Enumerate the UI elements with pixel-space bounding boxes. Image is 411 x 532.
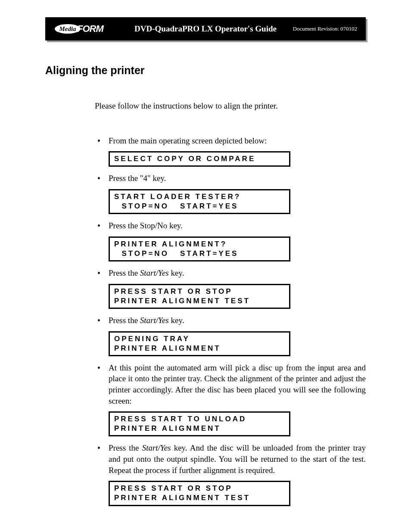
step-list: From the main operating screen depicted …	[95, 135, 366, 506]
step-text-italic: Start/Yes	[140, 316, 169, 325]
step-text-part: Press the	[109, 316, 140, 325]
logo-right: FORM	[77, 23, 103, 34]
lcd-display: OPENING TRAY PRINTER ALIGNMENT	[109, 331, 290, 356]
step-item: Press the Start/Yes key.	[95, 268, 366, 279]
logo-left: Media	[55, 24, 81, 34]
step-text: Press the "4" key.	[109, 174, 166, 183]
step-text-part: key.	[169, 268, 184, 277]
step-item: From the main operating screen depicted …	[95, 135, 366, 146]
lcd-display: START LOADER TESTER? STOP=NO START=YES	[109, 189, 290, 214]
step-text: Press the Stop/No key.	[109, 221, 183, 230]
document-revision: Document Revision: 070102	[293, 25, 358, 32]
lcd-display: SELECT COPY OR COMPARE	[109, 151, 290, 167]
body-content: Please follow the instructions below to …	[95, 100, 366, 506]
step-text-italic: Start/Yes	[142, 443, 171, 452]
lcd-display: PRESS START OR STOP PRINTER ALIGNMENT TE…	[109, 481, 290, 506]
step-item: Press the Start/Yes key.	[95, 315, 366, 326]
step-item: Press the Start/Yes key. And the disc wi…	[95, 442, 366, 476]
intro-text: Please follow the instructions below to …	[95, 100, 366, 112]
step-item: Press the "4" key.	[95, 173, 366, 184]
step-text-part: Press the	[109, 443, 142, 452]
step-item: At this point the automated arm will pic…	[95, 362, 366, 407]
document-header: Media FORM DVD-QuadraPRO LX Operator's G…	[45, 17, 366, 40]
step-item: Press the Stop/No key.	[95, 220, 366, 231]
section-heading: Aligning the printer	[45, 64, 366, 77]
step-text-italic: Start/Yes	[140, 268, 169, 277]
step-text-part: key.	[169, 316, 184, 325]
lcd-display: PRINTER ALIGNMENT? STOP=NO START=YES	[109, 236, 290, 261]
step-text: At this point the automated arm will pic…	[109, 363, 366, 405]
step-text: From the main operating screen depicted …	[109, 136, 267, 145]
lcd-display: PRESS START OR STOP PRINTER ALIGNMENT TE…	[109, 284, 290, 309]
lcd-display: PRESS START TO UNLOAD PRINTER ALIGNMENT	[109, 411, 290, 436]
logo: Media FORM	[55, 23, 103, 34]
step-text-part: Press the	[109, 268, 140, 277]
